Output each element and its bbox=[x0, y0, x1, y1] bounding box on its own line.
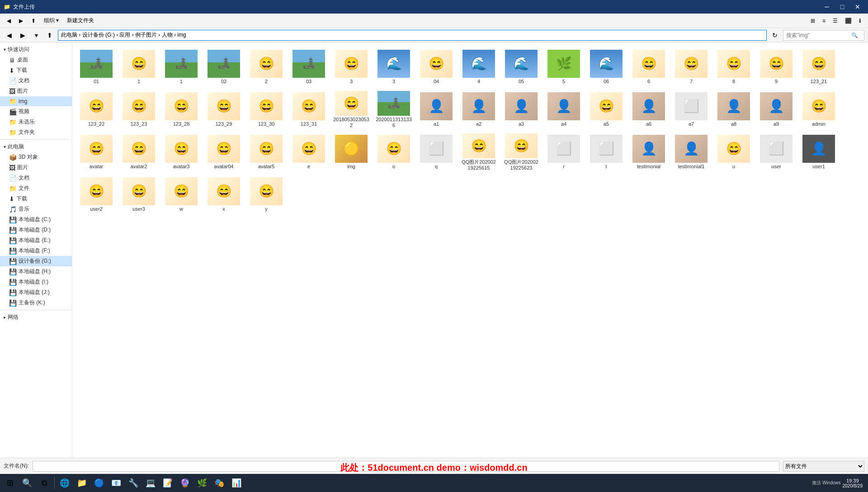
file-item[interactable]: 🏞02 bbox=[203, 46, 244, 87]
sidebar-item-d[interactable]: 💾 本地磁盘 (D:) bbox=[0, 225, 72, 235]
file-item[interactable]: 😄x bbox=[203, 174, 244, 214]
file-item[interactable]: 🌊05 bbox=[501, 46, 542, 87]
view-details-button[interactable]: ☰ bbox=[830, 16, 841, 25]
sidebar-item-3d[interactable]: 📦 3D 对象 bbox=[0, 152, 72, 162]
address-path-display[interactable]: 此电脑 › 设计备份 (G:) › 应用 › 例子图片 › 人物 › img bbox=[58, 30, 767, 41]
file-item[interactable]: 👤a6 bbox=[628, 89, 669, 129]
file-item[interactable]: 😄04 bbox=[416, 46, 457, 87]
file-item[interactable]: 😄avatar5 bbox=[246, 131, 287, 172]
taskbar-misc1[interactable]: 📧 bbox=[108, 475, 124, 491]
file-item[interactable]: 😄8 bbox=[713, 46, 754, 87]
file-item[interactable]: 🌊4 bbox=[458, 46, 499, 87]
close-button[interactable]: ✕ bbox=[851, 0, 864, 14]
file-item[interactable]: 👤testimonial1 bbox=[671, 131, 712, 172]
file-item[interactable]: 😄123_31 bbox=[288, 89, 329, 129]
network-header[interactable]: ▸ 网络 bbox=[0, 312, 72, 322]
file-item[interactable]: 😄123_28 bbox=[161, 89, 202, 129]
taskbar-chrome[interactable]: 🔵 bbox=[91, 475, 107, 491]
taskbar-misc3[interactable]: 💻 bbox=[142, 475, 159, 491]
sidebar-item-misc2[interactable]: 📁 文件夹 bbox=[0, 127, 72, 137]
view-large-icon-button[interactable]: ⊞ bbox=[807, 16, 818, 25]
sidebar-item-c[interactable]: 💾 本地磁盘 (C:) bbox=[0, 214, 72, 225]
file-item[interactable]: 😄QQ图片20200219225623 bbox=[501, 131, 542, 172]
new-folder-button[interactable]: 新建文件夹 bbox=[64, 15, 97, 26]
file-item[interactable]: 🟡img bbox=[331, 131, 372, 172]
sidebar-item-j[interactable]: 💾 本地磁盘 (J:) bbox=[0, 287, 72, 298]
sidebar-item-downloads[interactable]: ⬇ 下载 bbox=[0, 65, 72, 76]
file-item[interactable]: 😄admin bbox=[798, 89, 839, 129]
file-item[interactable]: ⬜q bbox=[416, 131, 457, 172]
file-item[interactable]: 😄1 bbox=[118, 46, 159, 87]
info-button[interactable]: ℹ bbox=[856, 16, 864, 25]
file-item[interactable]: 🌿5 bbox=[543, 46, 584, 87]
file-item[interactable]: 👤a8 bbox=[713, 89, 754, 129]
recent-button[interactable]: ▾ bbox=[31, 30, 42, 41]
taskbar-ie[interactable]: 🌐 bbox=[57, 475, 73, 491]
nav-up-button[interactable]: ⬆ bbox=[28, 16, 39, 25]
file-item[interactable]: 😄avatar2 bbox=[118, 131, 159, 172]
taskbar-misc5[interactable]: 🔮 bbox=[177, 475, 193, 491]
file-item[interactable]: 😄a5 bbox=[586, 89, 627, 129]
sidebar-item-misc1[interactable]: 📁 未选乐 bbox=[0, 117, 72, 127]
file-item[interactable]: ⬜a7 bbox=[671, 89, 712, 129]
file-item[interactable]: 👤testimonial bbox=[628, 131, 669, 172]
file-item[interactable]: 😄u bbox=[713, 131, 754, 172]
sidebar-item-pc-pictures[interactable]: 🖼 图片 bbox=[0, 162, 72, 173]
file-item[interactable]: 😄123_30 bbox=[246, 89, 287, 129]
file-item[interactable]: 👤a9 bbox=[756, 89, 797, 129]
file-item[interactable]: 😄avatar04 bbox=[203, 131, 244, 172]
quickaccess-header[interactable]: ▾ 快速访问 bbox=[0, 44, 72, 55]
file-item[interactable]: 😄QQ图片20200219225615 bbox=[458, 131, 499, 172]
sidebar-item-k[interactable]: 💾 主备份 (K:) bbox=[0, 298, 72, 308]
up-dir-button[interactable]: ⬆ bbox=[44, 30, 55, 41]
sidebar-item-music[interactable]: 🎵 音乐 bbox=[0, 204, 72, 214]
sidebar-item-videos[interactable]: 🎬 视频 bbox=[0, 106, 72, 117]
sidebar-item-pictures[interactable]: 🖼 图片 bbox=[0, 86, 72, 96]
forward-button[interactable]: ▶ bbox=[17, 30, 28, 41]
start-button[interactable]: ⊞ bbox=[2, 475, 18, 491]
file-item[interactable]: ⬜t bbox=[586, 131, 627, 172]
sidebar-item-img[interactable]: 📁 img bbox=[0, 96, 72, 106]
taskbar-misc7[interactable]: 🎭 bbox=[211, 475, 227, 491]
sidebar-item-pc-downloads[interactable]: ⬇ 下载 bbox=[0, 194, 72, 204]
taskbar-misc4[interactable]: 📝 bbox=[160, 475, 176, 491]
file-item[interactable]: 😄o bbox=[373, 131, 414, 172]
file-item[interactable]: 😄avatar bbox=[76, 131, 117, 172]
search-input[interactable] bbox=[786, 32, 849, 38]
file-item[interactable]: 😄6 bbox=[628, 46, 669, 87]
filename-input[interactable] bbox=[33, 461, 779, 472]
file-item[interactable]: ⬜r bbox=[543, 131, 584, 172]
preview-toggle-button[interactable]: ⬛ bbox=[842, 16, 855, 25]
file-item[interactable]: 😄y bbox=[246, 174, 287, 214]
file-item[interactable]: 👤user1 bbox=[798, 131, 839, 172]
file-item[interactable]: 🏞01 bbox=[76, 46, 117, 87]
sidebar-item-pc-docs[interactable]: 📄 文档 bbox=[0, 173, 72, 183]
file-item[interactable]: 😄e bbox=[288, 131, 329, 172]
file-item[interactable]: 😄user2 bbox=[76, 174, 117, 214]
file-item[interactable]: 👤a1 bbox=[416, 89, 457, 129]
file-item[interactable]: 👤a3 bbox=[501, 89, 542, 129]
taskbar-misc8[interactable]: 📊 bbox=[228, 475, 245, 491]
refresh-button[interactable]: ↻ bbox=[769, 30, 780, 41]
task-view-button[interactable]: ⧉ bbox=[36, 475, 52, 491]
file-item[interactable]: 😄123_29 bbox=[203, 89, 244, 129]
view-list-button[interactable]: ≡ bbox=[819, 16, 829, 25]
nav-forward-button[interactable]: ▶ bbox=[16, 16, 26, 25]
file-item[interactable]: 🏞20200113131336 bbox=[373, 89, 414, 129]
back-button[interactable]: ◀ bbox=[4, 30, 14, 41]
organize-button[interactable]: 组织 ▾ bbox=[41, 15, 62, 26]
sidebar-item-g[interactable]: 💾 设计备份 (G:) bbox=[0, 256, 72, 266]
file-item[interactable]: 😄123_21 bbox=[798, 46, 839, 87]
file-item[interactable]: 🏞1 bbox=[161, 46, 202, 87]
sidebar-item-pc-files[interactable]: 📁 文件 bbox=[0, 183, 72, 194]
taskbar-files[interactable]: 📁 bbox=[74, 475, 90, 491]
file-item[interactable]: 😄20180530230532 bbox=[331, 89, 372, 129]
taskbar-misc6[interactable]: 🌿 bbox=[194, 475, 210, 491]
nav-back-button[interactable]: ◀ bbox=[4, 16, 14, 25]
file-item[interactable]: 🌊3 bbox=[373, 46, 414, 87]
sidebar-item-f[interactable]: 💾 本地磁盘 (F:) bbox=[0, 246, 72, 256]
file-item[interactable]: 😄123_22 bbox=[76, 89, 117, 129]
file-item[interactable]: 😄7 bbox=[671, 46, 712, 87]
taskbar-misc2[interactable]: 🔧 bbox=[125, 475, 142, 491]
minimize-button[interactable]: ─ bbox=[820, 0, 834, 14]
